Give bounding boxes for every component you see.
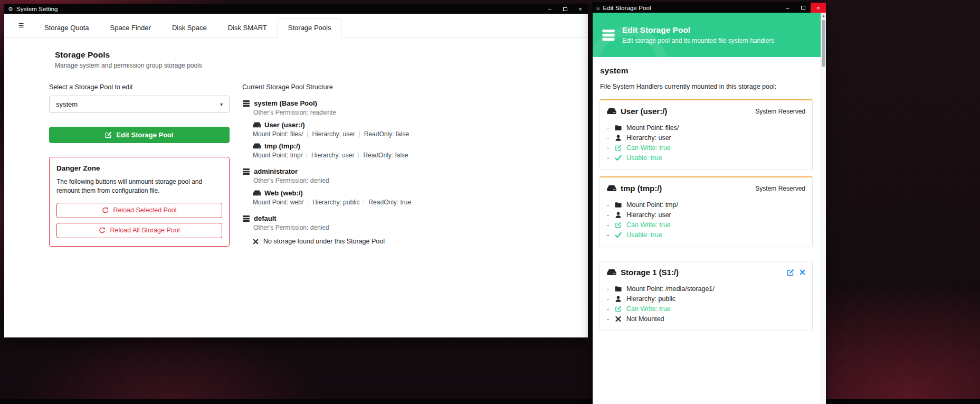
edit-storage-pool-window: ≡ Edit Storage Pool – × Edit Storage Poo… <box>593 3 826 404</box>
pool-structure-column: Current Storage Pool Structure system (B… <box>242 83 411 247</box>
server-icon <box>242 168 250 175</box>
maximize-button[interactable] <box>795 3 811 13</box>
handler-row: Mount Point: /media/storage1/ <box>607 284 805 294</box>
reload-all-label: Reload All Storage Pool <box>110 227 179 234</box>
maximize-icon <box>563 7 567 11</box>
handler-actions <box>787 269 805 276</box>
handler-row: Hierarchy: user <box>607 210 805 220</box>
caret-down-icon: ▾ <box>220 101 223 107</box>
system-setting-titlebar: ⚙ System Setting – × <box>4 4 588 14</box>
refresh-icon <box>99 227 106 234</box>
danger-zone: Danger Zone The following buttons will u… <box>49 157 230 247</box>
pool-edit-column: Select a Storage Pool to edit system ▾ E… <box>49 83 230 247</box>
reload-selected-label: Reload Selected Pool <box>113 206 176 214</box>
row-text: Usable: true <box>626 154 662 162</box>
mount-readonly: ReadOnly: false <box>364 130 409 138</box>
handler-row: Can Write: true <box>607 143 805 153</box>
row-text: Hierarchy: user <box>626 134 671 142</box>
menu-icon[interactable]: ≡ <box>13 21 30 30</box>
mount-hierarchy: Hierarchy: user <box>311 152 354 159</box>
minimize-button[interactable]: – <box>780 3 795 13</box>
handler-row: Hierarchy: public <box>607 294 805 304</box>
pool-permission: Other's Permission: denied <box>253 177 411 184</box>
hdd-icon <box>253 122 261 128</box>
edit-handler-button[interactable] <box>787 269 794 276</box>
scrollbar-thumb[interactable] <box>822 20 825 67</box>
page-header: Storage Pools Manage system and permissi… <box>55 50 588 69</box>
pool-name-heading: system <box>600 66 812 76</box>
window-title: Edit Storage Pool <box>603 5 651 11</box>
banner: Edit Storage Pool Edit storage pool and … <box>593 13 821 57</box>
handler-card-storage1: Storage 1 (S1:/) Mount Point: /media/sto… <box>600 261 813 331</box>
pool-default: default Other's Permission: denied No st… <box>242 214 411 245</box>
danger-zone-description: The following buttons will unmount stora… <box>56 177 222 196</box>
handler-card-tmp: tmp (tmp:/) System Reserved Mount Point:… <box>600 176 813 247</box>
mount-point: Mount Point: web/ <box>253 199 303 206</box>
separator <box>364 200 364 205</box>
remove-handler-button[interactable] <box>800 269 805 275</box>
maximize-icon <box>801 6 805 10</box>
pool-select-label: Select a Storage Pool to edit <box>49 83 230 91</box>
row-text: Not Mounted <box>626 315 664 323</box>
pool-administrator: administrator Other's Permission: denied… <box>242 167 411 206</box>
window-controls: – × <box>780 3 826 13</box>
mount-readonly: ReadOnly: false <box>363 152 408 159</box>
handlers-intro: File System Handlers currently mounted i… <box>600 83 812 90</box>
tab-space-finder[interactable]: Space Finder <box>100 18 161 37</box>
user-icon <box>615 295 623 302</box>
hdd-icon <box>253 143 261 149</box>
edit-storage-pool-button[interactable]: Edit Storage Pool <box>49 127 230 143</box>
mount-web: Web (web:/) Mount Point: web/ Hierarchy:… <box>253 189 411 206</box>
folder-icon <box>615 124 623 131</box>
minimize-button[interactable]: – <box>542 4 557 14</box>
reload-all-pool-button[interactable]: Reload All Storage Pool <box>56 223 222 238</box>
maximize-button[interactable] <box>557 4 573 14</box>
tab-storage-quota[interactable]: Storage Quota <box>34 18 100 37</box>
handler-row: Hierarchy: user <box>607 133 805 143</box>
handler-row: Mount Point: tmp/ <box>607 200 805 210</box>
content: Select a Storage Pool to edit system ▾ E… <box>49 83 588 247</box>
row-text: Hierarchy: user <box>626 211 671 219</box>
close-button[interactable]: × <box>573 4 588 14</box>
structure-title: Current Storage Pool Structure <box>242 83 411 91</box>
edit-icon <box>105 131 112 138</box>
tab-disk-smart[interactable]: Disk SMART <box>217 18 278 37</box>
edit-icon <box>615 221 623 228</box>
folder-icon <box>615 285 623 292</box>
separator <box>307 131 308 137</box>
window-title: System Setting <box>16 6 58 12</box>
row-text: Can Write: true <box>626 305 671 313</box>
mount-name: Web (web:/) <box>264 189 303 197</box>
reload-selected-pool-button[interactable]: Reload Selected Pool <box>56 203 222 218</box>
separator <box>359 131 360 137</box>
desktop: ⚙ System Setting – × ≡ Storage Quota Spa… <box>0 0 980 404</box>
tab-storage-pools[interactable]: Storage Pools <box>278 18 342 37</box>
row-text: Hierarchy: public <box>626 295 675 303</box>
mount-point: Mount Point: files/ <box>253 130 303 138</box>
handler-row: Usable: true <box>607 153 805 163</box>
hdd-icon <box>607 269 616 276</box>
pool-permission: Other's Permission: denied <box>253 224 411 231</box>
tab-disk-space[interactable]: Disk Space <box>161 18 217 37</box>
scrollbar[interactable]: ▲ <box>821 13 826 404</box>
separator <box>307 153 307 158</box>
mount-name: tmp (tmp:/) <box>264 142 300 150</box>
scroll-up-button[interactable]: ▲ <box>821 13 826 19</box>
edit-icon <box>615 144 623 151</box>
separator <box>358 153 359 158</box>
user-icon <box>615 211 623 218</box>
mount-point: Mount Point: tmp/ <box>253 152 302 159</box>
x-icon <box>615 315 623 322</box>
handler-row: Usable: true <box>607 230 805 240</box>
pool-name: default <box>254 214 277 222</box>
handler-row: Not Mounted <box>607 314 805 324</box>
close-button[interactable]: × <box>811 3 826 13</box>
folder-icon <box>615 201 623 208</box>
row-text: Can Write: true <box>626 221 671 229</box>
edit-button-label: Edit Storage Pool <box>116 131 173 139</box>
handler-card-user: User (user:/) System Reserved Mount Poin… <box>600 99 813 170</box>
system-setting-window: ⚙ System Setting – × ≡ Storage Quota Spa… <box>4 4 588 337</box>
mount-readonly: ReadOnly: true <box>368 199 411 206</box>
system-reserved-badge: System Reserved <box>755 185 805 192</box>
pool-select[interactable]: system ▾ <box>49 96 230 113</box>
